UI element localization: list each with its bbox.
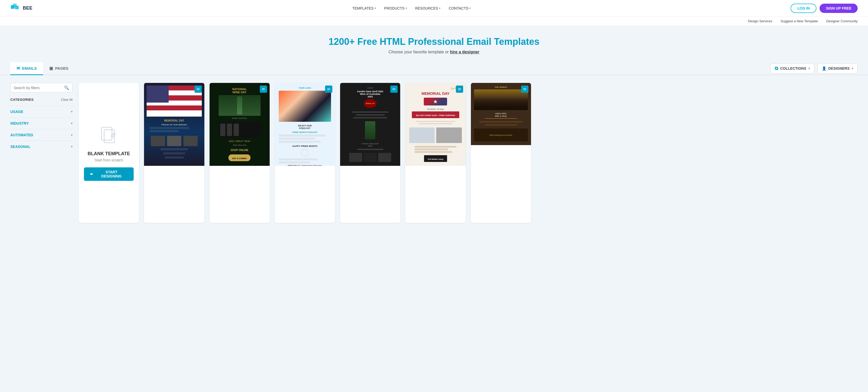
chevron-down-icon: ▾ [808, 67, 810, 70]
pages-tab-icon: ▣ [49, 66, 53, 71]
filter-seasonal[interactable]: SEASONAL ▾ [10, 141, 72, 152]
hero-subtitle: Choose your favorite template or hire a … [5, 50, 863, 54]
filter-industry-label: INDUSTRY [10, 121, 29, 125]
chevron-down-icon: ▾ [71, 145, 72, 148]
nav-center: TEMPLATES ▾ PRODUCTS ▾ RESOURCES ▾ CONTA… [352, 6, 471, 10]
designers-dropdown[interactable]: 👤 DESIGNERS ▾ [817, 63, 858, 73]
svg-rect-2 [15, 6, 19, 9]
filter-seasonal-label: SEASONAL [10, 145, 31, 149]
nav-actions: LOG IN SIGN UP FREE [790, 4, 858, 13]
flag-graphic [147, 86, 202, 117]
pencil-icon: ✏ [90, 172, 93, 176]
filter-usage-label: USAGE [10, 110, 23, 114]
blank-template-card[interactable]: BLANK TEMPLATE Start from scratch ✏ STAR… [79, 83, 139, 223]
collections-icon: ⧉ [775, 66, 778, 71]
template-card-wine[interactable]: NATIONALWINE DAY WINE TASTING 2022: GREA… [210, 83, 270, 223]
blank-template-icon [98, 125, 119, 146]
logo[interactable]: BEE [10, 3, 32, 13]
nav-products[interactable]: PRODUCTS ▾ [384, 6, 407, 10]
nav-contacts[interactable]: CONTACTS ▾ [448, 6, 471, 10]
email-badge: ✉ [456, 86, 463, 93]
secondary-nav: Design Services Suggest a New Template D… [0, 17, 868, 26]
design-services-link[interactable]: Design Services [748, 19, 772, 23]
clear-all-button[interactable]: Clear All [61, 98, 72, 101]
filter-automated[interactable]: AUTOMATED ▾ [10, 129, 72, 141]
blank-template-title: BLANK TEMPLATE [88, 151, 130, 156]
template-preview: LOGO Cerebri Sans Serif 2002Wine of Aust… [340, 83, 400, 166]
hero-title: 1200+ Free HTML Professional Email Templ… [5, 36, 863, 47]
blank-template-subtitle: Start from scratch [95, 158, 123, 162]
template-preview: La Feria MEMORIAL DAY ★ MONDAY, 30 May $… [405, 83, 465, 166]
nav-resources[interactable]: RESOURCES ▾ [415, 6, 441, 10]
filter-automated-label: AUTOMATED [10, 133, 33, 137]
chevron-down-icon: ▾ [375, 7, 376, 9]
chevron-down-icon: ▾ [469, 7, 471, 9]
hero-section: 1200+ Free HTML Professional Email Templ… [0, 26, 868, 62]
wine-title-text: NATIONALWINE DAY [232, 88, 247, 94]
login-button[interactable]: LOG IN [790, 4, 816, 13]
tabs-row: ✉ EMAILS ▣ PAGES ⧉ COLLECTIONS ▾ 👤 DESIG… [0, 62, 868, 75]
email-tab-icon: ✉ [17, 66, 20, 71]
wine-preview: NATIONALWINE DAY WINE TASTING 2022: GREA… [210, 83, 270, 166]
memorial2-preview: La Feria MEMORIAL DAY ★ MONDAY, 30 May $… [405, 83, 465, 166]
email-badge: ✉ [521, 86, 528, 93]
chevron-down-icon: ▾ [439, 7, 440, 9]
email-badge: ✉ [325, 86, 332, 93]
email-badge: ✉ [390, 86, 398, 93]
sidebar: 🔍 CATEGORIES Clear All USAGE ▾ INDUSTRY … [10, 83, 72, 223]
main-content: 🔍 CATEGORIES Clear All USAGE ▾ INDUSTRY … [0, 75, 868, 231]
brand-name: BEE [23, 5, 32, 11]
wine2-badge: WINE UP [364, 99, 377, 108]
wine2-preview: LOGO Cerebri Sans Serif 2002Wine of Aust… [340, 83, 400, 166]
filter-usage[interactable]: USAGE ▾ [10, 106, 72, 117]
podcast-image [279, 91, 331, 122]
template-card-podcast[interactable]: YOUR LOGO ENJOY OURPODCAST PRIDE MONTH P… [275, 83, 335, 223]
filter-industry[interactable]: INDUSTRY ▾ [10, 117, 72, 129]
template-card-wine-landscape[interactable]: THE WINERY every winetells a story Wine … [471, 83, 531, 223]
memorial-preview: MEMORIAL DAY PROUD OF OUR HEROES [144, 83, 204, 166]
template-preview: YOUR LOGO ENJOY OURPODCAST PRIDE MONTH P… [275, 83, 335, 166]
search-box[interactable]: 🔍 [10, 83, 72, 92]
svg-rect-3 [101, 127, 112, 140]
template-card-memorial[interactable]: MEMORIAL DAY PROUD OF OUR HEROES ✉ [144, 83, 204, 223]
chevron-down-icon: ▾ [71, 122, 72, 125]
memorial2-flag: ★ [424, 98, 447, 105]
nav-templates[interactable]: TEMPLATES ▾ [352, 6, 376, 10]
collections-dropdown[interactable]: ⧉ COLLECTIONS ▾ [770, 63, 814, 73]
template-preview: MEMORIAL DAY PROUD OF OUR HEROES ✉ [144, 83, 204, 166]
start-designing-button[interactable]: ✏ START DESIGNING [84, 168, 134, 181]
template-preview: THE WINERY every winetells a story Wine … [471, 83, 531, 145]
email-badge: ✉ [260, 86, 267, 93]
categories-header: CATEGORIES Clear All [10, 98, 72, 101]
search-icon[interactable]: 🔍 [64, 85, 69, 90]
categories-title: CATEGORIES [10, 98, 34, 101]
chevron-down-icon: ▾ [406, 7, 407, 9]
tabs-right: ⧉ COLLECTIONS ▾ 👤 DESIGNERS ▾ [770, 63, 858, 73]
suggest-template-link[interactable]: Suggest a New Template [780, 19, 818, 23]
template-preview: NATIONALWINE DAY WINE TASTING 2022: GREA… [210, 83, 270, 166]
chevron-down-icon: ▾ [71, 133, 72, 137]
template-card-wine2[interactable]: LOGO Cerebri Sans Serif 2002Wine of Aust… [340, 83, 400, 223]
search-input[interactable] [14, 86, 64, 90]
top-nav: BEE TEMPLATES ▾ PRODUCTS ▾ RESOURCES ▾ C… [0, 0, 868, 17]
tab-pages[interactable]: ▣ PAGES [43, 62, 74, 75]
designer-community-link[interactable]: Designer Community [826, 19, 858, 23]
designers-icon: 👤 [822, 66, 826, 70]
template-card-memorial2[interactable]: La Feria MEMORIAL DAY ★ MONDAY, 30 May $… [405, 83, 465, 223]
email-badge: ✉ [194, 86, 202, 93]
template-grid: BLANK TEMPLATE Start from scratch ✏ STAR… [79, 83, 858, 223]
tabs-left: ✉ EMAILS ▣ PAGES [10, 62, 74, 74]
signup-button[interactable]: SIGN UP FREE [819, 4, 858, 13]
tab-emails[interactable]: ✉ EMAILS [10, 62, 43, 75]
hire-designer-link[interactable]: hire a designer [450, 50, 479, 54]
podcast-preview: YOUR LOGO ENJOY OURPODCAST PRIDE MONTH P… [275, 83, 335, 166]
chevron-down-icon: ▾ [71, 110, 72, 114]
chevron-down-icon: ▾ [852, 67, 853, 70]
